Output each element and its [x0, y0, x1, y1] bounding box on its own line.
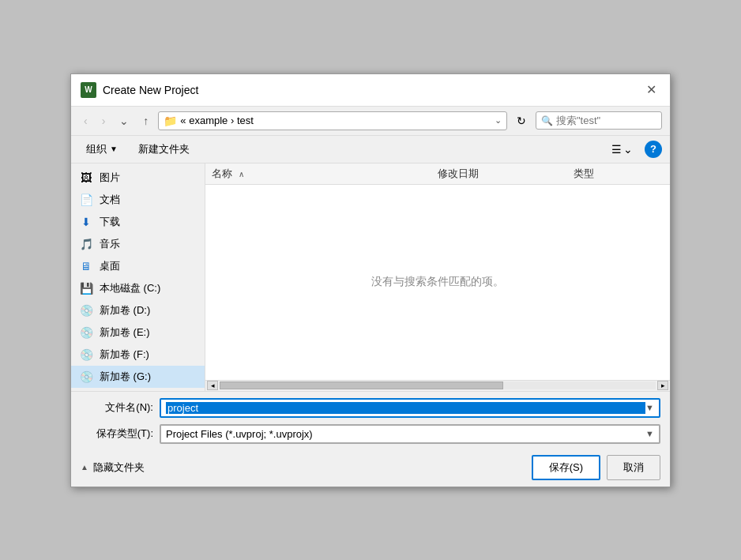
sidebar-item-music[interactable]: 🎵 音乐 [71, 233, 205, 255]
organize-button[interactable]: 组织 ▼ [79, 139, 125, 160]
view-icon: ☰ [611, 143, 622, 156]
music-icon: 🎵 [79, 237, 93, 251]
filetype-value: Project Files (*.uvproj; *.uvprojx) [166, 428, 645, 440]
sidebar-item-drive-d[interactable]: 💿 新加卷 (D:) [71, 299, 205, 321]
drive-g-icon: 💿 [79, 370, 93, 384]
action-bar: ▲ 隐藏文件夹 保存(S) 取消 [81, 450, 660, 480]
address-dropdown-button[interactable]: ⌄ [495, 115, 502, 126]
nav-bar: ‹ › ⌄ ↑ 📁 « example › test ⌄ ↻ 🔍 [71, 107, 670, 136]
title-bar: W Create New Project ✕ [71, 74, 670, 107]
sidebar-item-label: 新加卷 (E:) [100, 325, 150, 340]
scroll-left-button[interactable]: ◂ [207, 381, 218, 390]
sidebar-item-drive-e[interactable]: 💿 新加卷 (E:) [71, 321, 205, 344]
search-input[interactable] [556, 115, 651, 126]
sidebar-item-label: 图片 [100, 171, 120, 185]
main-content: 🖼 图片 📄 文档 ⬇ 下载 🎵 音乐 🖥 桌面 💾 本地磁盘 (C:) [71, 163, 670, 391]
forward-button[interactable]: › [97, 111, 111, 130]
hide-folder-label: 隐藏文件夹 [93, 460, 145, 475]
drive-d-icon: 💿 [79, 303, 93, 318]
file-list-empty: 没有与搜索条件匹配的项。 [205, 185, 670, 380]
desktop-icon: 🖥 [79, 259, 93, 273]
pictures-icon: 🖼 [79, 171, 93, 185]
sidebar-item-desktop[interactable]: 🖥 桌面 [71, 255, 205, 277]
address-bar[interactable]: 📁 « example › test ⌄ [158, 111, 507, 130]
sidebar-item-label: 桌面 [100, 259, 120, 273]
file-area: 名称 ∧ 修改日期 类型 没有与搜索条件匹配的项。 ◂ ▸ [205, 163, 670, 391]
filetype-input-wrap[interactable]: Project Files (*.uvproj; *.uvprojx) ▼ [160, 424, 660, 444]
search-icon: 🔍 [541, 115, 553, 126]
triangle-icon: ▲ [81, 463, 88, 472]
hide-folder-toggle[interactable]: ▲ 隐藏文件夹 [81, 460, 145, 475]
scroll-right-button[interactable]: ▸ [657, 381, 668, 390]
local-c-icon: 💾 [79, 281, 93, 295]
bottom-area: 文件名(N): ▼ 保存类型(T): Project Files (*.uvpr… [71, 391, 670, 487]
help-button[interactable]: ? [645, 141, 662, 158]
sidebar-item-pictures[interactable]: 🖼 图片 [71, 167, 205, 189]
sort-arrow-icon: ∧ [239, 170, 244, 179]
filename-label: 文件名(N): [81, 400, 160, 415]
horizontal-scrollbar[interactable]: ◂ ▸ [205, 380, 670, 391]
filename-input-wrap[interactable]: ▼ [160, 398, 660, 418]
col-name-header[interactable]: 名称 ∧ [212, 167, 438, 181]
downloads-icon: ⬇ [79, 215, 93, 229]
new-folder-label: 新建文件夹 [138, 142, 190, 156]
dialog-title: Create New Project [103, 84, 198, 96]
sidebar-item-drive-f[interactable]: 💿 新加卷 (F:) [71, 344, 205, 366]
sidebar-item-label: 新加卷 (G:) [100, 370, 151, 384]
sidebar: 🖼 图片 📄 文档 ⬇ 下载 🎵 音乐 🖥 桌面 💾 本地磁盘 (C:) [71, 163, 205, 391]
up-button[interactable]: ↑ [138, 111, 153, 130]
organize-dropdown-icon: ▼ [110, 145, 118, 153]
view-dropdown-icon: ⌄ [623, 143, 633, 156]
close-button[interactable]: ✕ [641, 81, 660, 100]
filetype-label: 保存类型(T): [81, 427, 160, 441]
sidebar-item-label: 新加卷 (D:) [100, 303, 150, 318]
scroll-track[interactable] [220, 381, 656, 389]
col-date-header[interactable]: 修改日期 [438, 167, 574, 181]
filetype-dropdown-icon[interactable]: ▼ [645, 429, 654, 438]
back-button[interactable]: ‹ [79, 111, 92, 130]
cancel-button[interactable]: 取消 [607, 455, 660, 480]
col-type-header[interactable]: 类型 [574, 167, 664, 181]
sidebar-item-label: 下载 [100, 215, 120, 229]
sidebar-item-drive-g[interactable]: 💿 新加卷 (G:) [71, 366, 205, 388]
sidebar-item-documents[interactable]: 📄 文档 [71, 189, 205, 211]
filename-dropdown-icon[interactable]: ▼ [645, 403, 654, 412]
toolbar: 组织 ▼ 新建文件夹 ☰ ⌄ ? [71, 136, 670, 163]
scroll-thumb[interactable] [220, 381, 503, 389]
nav-dropdown-button[interactable]: ⌄ [115, 111, 134, 130]
refresh-button[interactable]: ↻ [512, 112, 531, 130]
search-bar[interactable]: 🔍 [536, 111, 662, 130]
new-folder-button[interactable]: 新建文件夹 [131, 139, 197, 160]
filename-input[interactable] [166, 402, 645, 414]
sidebar-item-local-c[interactable]: 💾 本地磁盘 (C:) [71, 277, 205, 299]
sidebar-item-label: 新加卷 (F:) [100, 348, 149, 362]
title-left: W Create New Project [81, 82, 198, 98]
create-project-dialog: W Create New Project ✕ ‹ › ⌄ ↑ 📁 « examp… [70, 73, 671, 487]
action-buttons: 保存(S) 取消 [532, 455, 660, 480]
address-folder-icon: 📁 [164, 115, 177, 127]
drive-f-icon: 💿 [79, 348, 93, 362]
view-button[interactable]: ☰ ⌄ [606, 140, 638, 159]
file-header: 名称 ∧ 修改日期 类型 [205, 163, 670, 185]
address-path: « example › test [180, 115, 491, 126]
sidebar-item-label: 文档 [100, 193, 120, 207]
save-button[interactable]: 保存(S) [532, 455, 600, 480]
sidebar-item-downloads[interactable]: ⬇ 下载 [71, 211, 205, 233]
app-icon: W [81, 82, 96, 98]
documents-icon: 📄 [79, 193, 93, 207]
organize-label: 组织 [86, 142, 107, 156]
empty-message: 没有与搜索条件匹配的项。 [371, 275, 504, 289]
sidebar-item-label: 音乐 [100, 237, 120, 251]
drive-e-icon: 💿 [79, 325, 93, 340]
filetype-row: 保存类型(T): Project Files (*.uvproj; *.uvpr… [81, 424, 660, 444]
filename-row: 文件名(N): ▼ [81, 398, 660, 418]
sidebar-item-label: 本地磁盘 (C:) [100, 281, 160, 295]
